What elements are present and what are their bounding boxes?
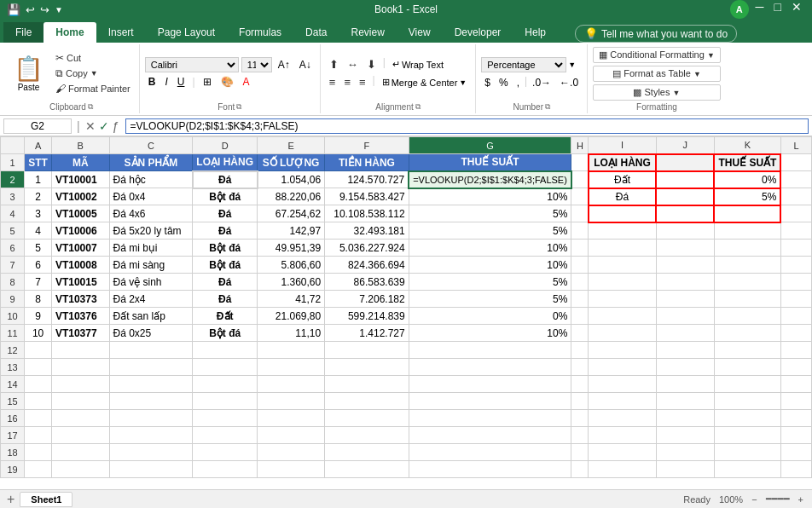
cell-A9[interactable]: 8 (25, 291, 52, 308)
cell-C6[interactable]: Đá mi bụi (109, 240, 193, 257)
col-header-I[interactable]: I (589, 137, 656, 154)
cell-K4[interactable] (714, 205, 780, 222)
cell-A3[interactable]: 2 (25, 188, 52, 205)
col-header-D[interactable]: D (193, 137, 258, 154)
number-format-expand-icon[interactable]: ▼ (568, 61, 576, 69)
row-header-4[interactable]: 4 (1, 205, 25, 222)
cell-D4[interactable]: Đá (193, 205, 258, 222)
cell-F3[interactable]: 9.154.583.427 (325, 188, 409, 205)
tab-developer[interactable]: Developer (443, 22, 513, 43)
cell-F5[interactable]: 32.493.181 (325, 222, 409, 240)
maximize-btn[interactable]: □ (771, 0, 785, 19)
col-header-H[interactable]: H (571, 137, 589, 154)
cell-C11[interactable]: Đá 0x25 (109, 325, 193, 342)
cell-I1[interactable]: LOẠI HÀNG (589, 154, 656, 171)
cell-E12[interactable] (258, 342, 325, 359)
cell-D9[interactable]: Đá (193, 291, 258, 308)
cell-H7[interactable] (571, 257, 589, 274)
col-header-J[interactable]: J (656, 137, 714, 154)
cell-J4[interactable] (656, 205, 714, 222)
number-format-select[interactable]: Percentage (481, 57, 566, 72)
tab-file[interactable]: File (3, 22, 44, 43)
cell-C12[interactable] (109, 342, 193, 359)
clipboard-expand-icon[interactable]: ⧉ (88, 102, 93, 112)
cell-J8[interactable] (656, 274, 714, 291)
format-table-dropdown-icon[interactable]: ▼ (693, 70, 701, 78)
cell-J9[interactable] (656, 291, 714, 308)
font-expand-icon[interactable]: ⧉ (236, 102, 241, 112)
cell-A4[interactable]: 3 (25, 205, 52, 222)
cell-G7[interactable]: 10% (409, 257, 571, 274)
cell-J2[interactable] (656, 171, 714, 188)
tab-home[interactable]: Home (44, 22, 96, 43)
cell-K6[interactable] (714, 240, 780, 257)
cell-I11[interactable] (589, 325, 656, 342)
row-header-11[interactable]: 11 (1, 325, 25, 342)
cell-F2[interactable]: 124.570.727 (325, 171, 409, 188)
cell-J5[interactable] (656, 222, 714, 240)
row-header-19[interactable]: 19 (1, 461, 25, 478)
format-as-table-btn[interactable]: ▤ Format as Table ▼ (593, 66, 721, 82)
cell-K3[interactable]: 5% (714, 188, 780, 205)
cell-I12[interactable] (589, 342, 656, 359)
row-header-17[interactable]: 17 (1, 427, 25, 444)
cell-styles-btn[interactable]: ▩ Styles ▼ (593, 84, 721, 101)
cell-G1[interactable]: THUẾ SUẤT (409, 154, 571, 171)
cell-A10[interactable]: 9 (25, 308, 52, 325)
cell-A8[interactable]: 7 (25, 274, 52, 291)
cell-G9[interactable]: 5% (409, 291, 571, 308)
col-header-L[interactable]: L (780, 137, 811, 154)
cancel-formula-icon[interactable]: ✕ (85, 119, 96, 133)
tab-page-layout[interactable]: Page Layout (146, 22, 227, 43)
cell-J11[interactable] (656, 325, 714, 342)
row-header-12[interactable]: 12 (1, 342, 25, 359)
cell-J1[interactable] (656, 154, 714, 171)
cell-B11[interactable]: VT10377 (51, 325, 109, 342)
tab-data[interactable]: Data (293, 22, 339, 43)
wrap-text-btn[interactable]: ↵ Wrap Text (389, 56, 447, 72)
cell-E1[interactable]: SỐ LƯỢNG (258, 154, 325, 171)
cell-E10[interactable]: 21.069,80 (258, 308, 325, 325)
cell-styles-dropdown-icon[interactable]: ▼ (673, 89, 681, 97)
conditional-dropdown-icon[interactable]: ▼ (707, 51, 715, 60)
cell-I8[interactable] (589, 274, 656, 291)
cell-D11[interactable]: Bột đá (193, 325, 258, 342)
sheet-tab-1[interactable]: Sheet1 (20, 492, 72, 507)
cell-H11[interactable] (571, 325, 589, 342)
cell-I2[interactable]: Đất (589, 171, 656, 188)
border-btn[interactable]: ⊞ (200, 74, 215, 89)
cell-K10[interactable] (714, 308, 780, 325)
cell-D10[interactable]: Đất (193, 308, 258, 325)
align-middle-btn[interactable]: ↔ (344, 56, 362, 72)
cell-L4[interactable] (780, 205, 811, 222)
cell-D12[interactable] (193, 342, 258, 359)
qat-dropdown-icon[interactable]: ▼ (55, 5, 63, 14)
cell-F9[interactable]: 7.206.182 (325, 291, 409, 308)
cell-E7[interactable]: 5.806,60 (258, 257, 325, 274)
cell-L3[interactable] (780, 188, 811, 205)
decrease-font-btn[interactable]: A↓ (296, 57, 315, 72)
align-bottom-btn[interactable]: ⬇ (363, 56, 380, 72)
accounting-btn[interactable]: $ (481, 75, 494, 90)
col-header-F[interactable]: F (325, 137, 409, 154)
cell-B1[interactable]: MÃ (51, 154, 109, 171)
cell-B3[interactable]: VT10002 (51, 188, 109, 205)
fill-color-btn[interactable]: 🎨 (218, 74, 237, 89)
cell-B9[interactable]: VT10373 (51, 291, 109, 308)
cell-F7[interactable]: 824.366.694 (325, 257, 409, 274)
cell-E3[interactable]: 88.220,06 (258, 188, 325, 205)
add-sheet-btn[interactable]: + (3, 492, 18, 507)
row-header-7[interactable]: 7 (1, 257, 25, 274)
col-header-K[interactable]: K (714, 137, 780, 154)
cell-B12[interactable] (51, 342, 109, 359)
cell-E11[interactable]: 11,10 (258, 325, 325, 342)
comma-btn[interactable]: , (513, 75, 523, 90)
cell-H12[interactable] (571, 342, 589, 359)
cell-J6[interactable] (656, 240, 714, 257)
row-header-13[interactable]: 13 (1, 359, 25, 376)
cell-E8[interactable]: 1.360,60 (258, 274, 325, 291)
cell-H1[interactable] (571, 154, 589, 171)
cell-D1[interactable]: LOẠI HÀNG (193, 154, 258, 171)
copy-dropdown-icon[interactable]: ▼ (90, 69, 98, 78)
font-color-btn[interactable]: A (240, 74, 253, 89)
